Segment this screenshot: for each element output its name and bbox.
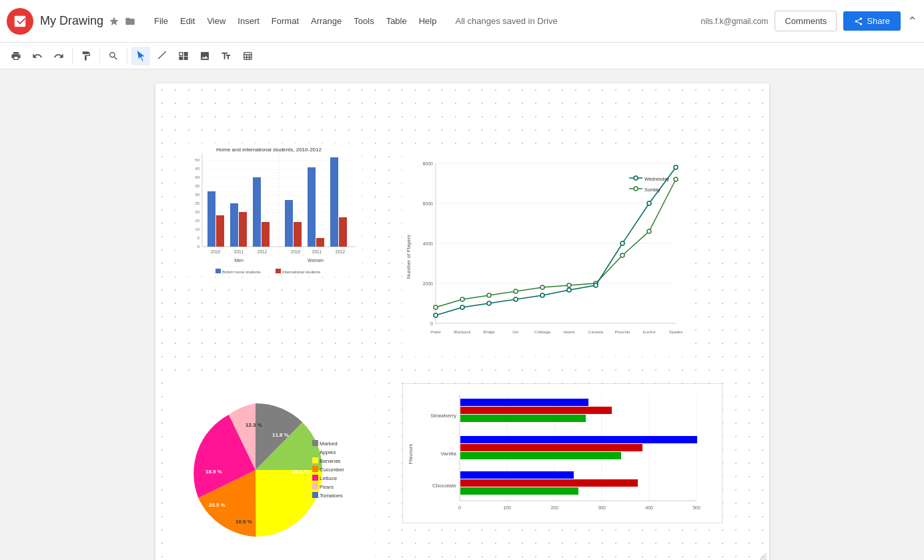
- toolbar-sep-1: [72, 49, 73, 63]
- menu-table[interactable]: Table: [381, 12, 412, 30]
- menu-bar: File Edit View Insert Format Arrange Too…: [149, 12, 442, 30]
- redo-button[interactable]: [49, 47, 68, 65]
- app-icon: [7, 8, 33, 35]
- print-button[interactable]: [7, 47, 25, 65]
- star-icon[interactable]: [109, 16, 119, 27]
- menu-insert[interactable]: Insert: [232, 12, 265, 30]
- menu-help[interactable]: Help: [414, 12, 442, 30]
- line-button[interactable]: [153, 47, 171, 65]
- folder-icon[interactable]: [125, 16, 135, 27]
- paint-format-button[interactable]: [77, 47, 95, 65]
- collapse-button[interactable]: ⌃: [907, 14, 917, 29]
- textbox-button[interactable]: [217, 47, 236, 65]
- comments-button[interactable]: Comments: [775, 11, 837, 31]
- undo-button[interactable]: [28, 47, 47, 65]
- table-button[interactable]: [238, 47, 257, 65]
- menu-format[interactable]: Format: [266, 12, 304, 30]
- header-right: nils.f.k@gmail.com Comments Share ⌃: [701, 11, 917, 31]
- title-area: My Drawing: [40, 14, 135, 28]
- image-button[interactable]: [195, 47, 214, 65]
- save-status: All changes saved in Drive: [455, 16, 557, 26]
- menu-view[interactable]: View: [201, 12, 231, 30]
- menu-arrange[interactable]: Arrange: [306, 12, 347, 30]
- toolbar-sep-3: [127, 49, 127, 63]
- menu-edit[interactable]: Edit: [175, 12, 200, 30]
- select-button[interactable]: [131, 47, 150, 65]
- toolbar: [0, 43, 924, 69]
- shape-button[interactable]: [174, 47, 193, 65]
- menu-tools[interactable]: Tools: [348, 12, 379, 30]
- doc-title[interactable]: My Drawing: [40, 14, 103, 28]
- user-email: nils.f.k@gmail.com: [701, 17, 769, 26]
- header: My Drawing File Edit View Insert Format …: [0, 0, 924, 43]
- zoom-button[interactable]: [104, 47, 123, 65]
- share-button[interactable]: Share: [843, 11, 901, 31]
- menu-file[interactable]: File: [149, 12, 173, 30]
- toolbar-sep-2: [99, 49, 100, 63]
